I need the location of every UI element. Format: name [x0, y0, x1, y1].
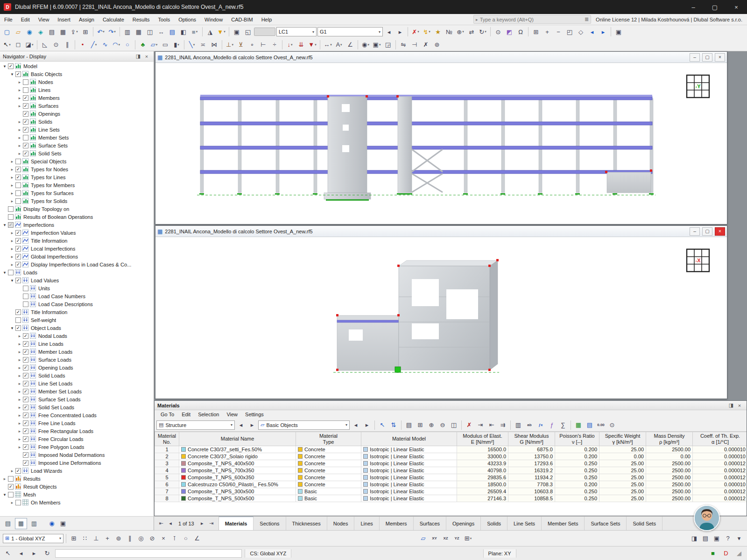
menu-options[interactable]: Options — [174, 14, 200, 25]
close-button[interactable]: × — [726, 0, 747, 14]
search-input[interactable] — [480, 17, 585, 22]
checkbox[interactable] — [8, 270, 14, 275]
materials-menu-selection[interactable]: Selection — [195, 412, 222, 417]
materials-menu-edit[interactable]: Edit — [178, 412, 194, 417]
previous-selection-button[interactable]: ◂ — [16, 548, 26, 559]
expand-arrow[interactable]: ▾ — [9, 326, 15, 330]
snap-node-button[interactable]: ⊙ — [51, 40, 61, 50]
sum-button[interactable]: ∑ — [558, 420, 568, 430]
checkbox[interactable]: ✓ — [23, 397, 28, 402]
tab-line-sets[interactable]: Line Sets — [507, 517, 542, 530]
dimension-button[interactable]: ↔ — [323, 40, 333, 50]
delete-row-button[interactable]: ⊖ — [437, 420, 448, 430]
checkbox[interactable]: ✓ — [23, 111, 28, 117]
checkbox[interactable]: ✓ — [23, 460, 28, 466]
expand-arrow[interactable]: ▸ — [17, 127, 22, 132]
expand-arrow[interactable]: ▸ — [17, 365, 22, 370]
tree-item-types-for-nodes[interactable]: ▸✓Types for Nodes — [0, 165, 154, 173]
menu-cad-bim[interactable]: CAD-BIM — [227, 14, 257, 25]
checkbox[interactable]: ✓ — [8, 222, 14, 228]
export-values-button[interactable]: ⇤ — [486, 420, 497, 430]
tab-solids[interactable]: Solids — [481, 517, 507, 530]
line-load-button[interactable]: ⇊ — [296, 40, 306, 50]
tree-item-types-for-solids[interactable]: ▸Types for Solids — [0, 197, 154, 205]
select-special-button[interactable]: ◪ — [24, 40, 35, 50]
new-arc-button[interactable]: ◠ — [111, 40, 121, 50]
expand-arrow[interactable]: ▸ — [9, 500, 15, 505]
cartesian-button[interactable]: + — [102, 533, 113, 544]
formula-edit-button[interactable]: ƒ — [547, 420, 557, 430]
new-member-button[interactable]: ╲ — [187, 40, 197, 50]
tree-item-types-for-surfaces[interactable]: ▸Types for Surfaces — [0, 189, 154, 197]
guidelines-button[interactable]: ∥ — [62, 40, 72, 50]
zoom-window-button[interactable]: ◰ — [564, 27, 575, 37]
expand-arrow[interactable]: ▸ — [17, 151, 22, 156]
tree-item-load-wizards[interactable]: ▸✓Load Wizards — [0, 467, 154, 475]
next-page-button[interactable]: ▸ — [198, 519, 206, 528]
measure-button[interactable]: ↔ — [156, 27, 166, 37]
material-row-2[interactable]: 2Concrete C30/37_Solaio rigidoConcreteIs… — [155, 453, 747, 460]
zoom-out-button[interactable]: − — [553, 27, 564, 37]
checkbox[interactable]: ✓ — [15, 238, 21, 244]
menu-help[interactable]: Help — [257, 14, 276, 25]
ortho-button[interactable]: ⊥ — [91, 533, 101, 544]
expand-arrow[interactable]: ▾ — [9, 72, 15, 77]
export-table-button[interactable]: ▤ — [404, 420, 414, 430]
tree-item-title-information[interactable]: ✓Title Information — [0, 308, 154, 316]
views-navigator-tab[interactable]: ▥ — [28, 518, 40, 529]
delete-button[interactable]: ✗ — [421, 40, 431, 50]
selection-mode-button[interactable]: ↖ — [3, 548, 13, 559]
sync-selection-button[interactable]: ⇅ — [388, 420, 399, 430]
window-2-close-button[interactable]: × — [715, 227, 725, 236]
midpoint-snap-button[interactable]: ⊘ — [147, 533, 157, 544]
camera-button[interactable]: ▣ — [58, 518, 68, 529]
tangent-snap-button[interactable]: ○ — [181, 533, 191, 544]
decimal-places-button[interactable]: 0.00 — [596, 420, 606, 430]
menu-file[interactable]: File — [0, 14, 17, 25]
insert-row-button[interactable]: ⊕ — [426, 420, 437, 430]
go-to-row-button[interactable]: ⇉ — [498, 420, 508, 430]
expand-arrow[interactable]: ▸ — [17, 357, 22, 362]
checkbox[interactable]: ✓ — [15, 71, 21, 77]
expand-arrow[interactable]: ▸ — [17, 350, 22, 354]
material-row-6[interactable]: 6Calcestruzzo C50/60_Pilastri_ Fes.50%Co… — [155, 481, 747, 488]
checkbox[interactable]: ✓ — [15, 309, 21, 315]
checkbox[interactable]: ✓ — [23, 127, 28, 133]
tree-item-line-loads[interactable]: ▸✓Line Loads — [0, 340, 154, 348]
calculate-button[interactable]: ↯ — [422, 27, 432, 37]
object-snap-button[interactable]: ◎ — [136, 533, 146, 544]
dock-icon[interactable]: ◨ — [134, 53, 142, 59]
table-category-selector[interactable]: ▱Basic Objects▾ — [258, 420, 350, 430]
checkbox[interactable] — [8, 476, 14, 482]
checkbox[interactable]: ✓ — [23, 436, 28, 442]
tree-item-line-sets[interactable]: ▸✓Line Sets — [0, 126, 154, 133]
display-properties-button[interactable]: ◧ — [178, 27, 189, 37]
checkbox[interactable]: ✓ — [23, 452, 28, 458]
checkbox[interactable]: ✓ — [23, 381, 28, 386]
expand-arrow[interactable]: ▸ — [17, 397, 22, 402]
tree-item-local-imperfections[interactable]: ▸✓Local Imperfections — [0, 245, 154, 252]
tree-item-imposed-nodal-deformations[interactable]: ✓Imposed Nodal Deformations — [0, 451, 154, 459]
material-row-3[interactable]: 3Composite_T_NPS_400x500ConcreteIsotropi… — [155, 460, 747, 467]
new-rib-button[interactable]: ≍ — [198, 40, 208, 50]
tree-item-solid-sets[interactable]: ▸✓Solid Sets — [0, 149, 154, 157]
select-in-graphic-button[interactable]: ↖ — [377, 420, 388, 430]
expand-arrow[interactable]: ▸ — [17, 381, 22, 386]
tree-item-member-sets[interactable]: ▸Member Sets — [0, 133, 154, 141]
expand-arrow[interactable]: ▸ — [17, 373, 22, 378]
checkbox[interactable]: ✓ — [23, 405, 28, 410]
tab-openings[interactable]: Openings — [446, 517, 481, 530]
minimize-button[interactable]: – — [683, 0, 704, 14]
checkbox[interactable]: ✓ — [8, 484, 14, 490]
tree-item-line-set-loads[interactable]: ▸✓Line Set Loads — [0, 379, 154, 387]
checkbox[interactable]: ✓ — [23, 341, 28, 347]
select-pointer-button[interactable]: ↖ — [2, 40, 12, 50]
surface-load-button[interactable]: ▼ — [307, 40, 317, 50]
materials-menu-settings[interactable]: Settings — [242, 412, 267, 417]
visibility-button[interactable]: ◉ — [360, 40, 371, 50]
lc-slider[interactable] — [254, 28, 275, 36]
menu-insert[interactable]: Insert — [53, 14, 75, 25]
comment-button[interactable]: A — [334, 40, 344, 50]
orientation-cube-1[interactable]: -Y — [685, 73, 711, 99]
tree-item-imperfections[interactable]: ▾✓Imperfections — [0, 221, 154, 229]
